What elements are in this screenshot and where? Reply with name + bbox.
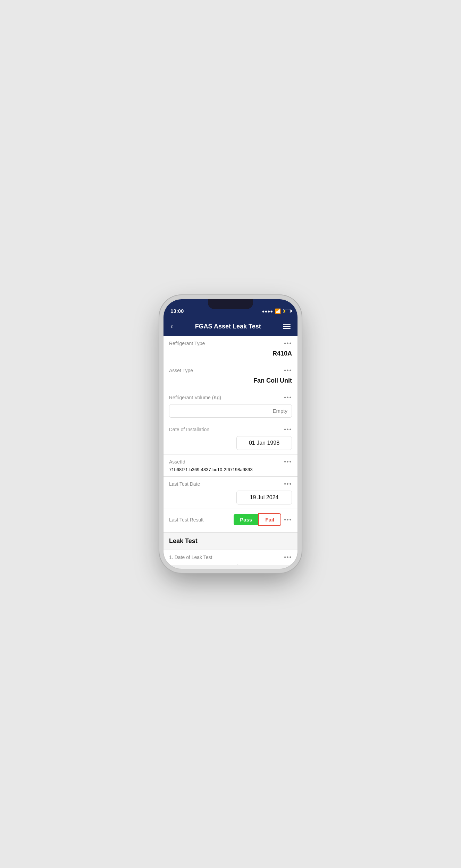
status-icons: ●●●● 📶 — [262, 308, 291, 314]
wifi-icon: ●●●● — [262, 309, 273, 314]
wifi-signal-icon: 📶 — [275, 308, 281, 314]
date-leak-test-menu[interactable]: ••• — [284, 554, 292, 560]
date-installation-menu[interactable]: ••• — [284, 426, 292, 433]
phone-shell: 13:00 ●●●● 📶 ‹ FGAS Asset Leak Test Refr… — [163, 299, 298, 569]
refrigerant-volume-input[interactable] — [169, 404, 292, 418]
date-installation-label: Date of Installation — [169, 427, 209, 432]
content-area: Refrigerant Type ••• R410A Asset Type ••… — [164, 336, 297, 565]
asset-type-field: Asset Type ••• Fan Coil Unit — [164, 363, 297, 390]
date-leak-test-field: 1. Date of Leak Test ••• 23 Aug 2024 — [164, 550, 297, 565]
asset-id-value: 71b68f71-b369-4837-bc10-2f67198a9893 — [169, 467, 292, 472]
asset-id-field: AssetId ••• 71b68f71-b369-4837-bc10-2f67… — [164, 454, 297, 477]
page-title: FGAS Asset Leak Test — [178, 323, 277, 330]
refrigerant-type-menu[interactable]: ••• — [284, 340, 292, 347]
date-leak-test-label: Date of Leak Test — [175, 554, 212, 560]
nav-bar: ‹ FGAS Asset Leak Test — [164, 317, 297, 336]
refrigerant-volume-field: Refrigerant Volume (Kg) ••• — [164, 390, 297, 422]
date-leak-test-label-group: 1. Date of Leak Test — [169, 554, 212, 560]
menu-button[interactable] — [282, 323, 292, 330]
last-test-result-menu[interactable]: ••• — [284, 517, 292, 523]
refrigerant-type-field: Refrigerant Type ••• R410A — [164, 336, 297, 363]
date-leak-test-value[interactable]: 23 Aug 2024 — [236, 564, 292, 565]
date-leak-test-number: 1. — [169, 554, 173, 560]
refrigerant-volume-label: Refrigerant Volume (Kg) — [169, 395, 221, 400]
asset-type-value: Fan Coil Unit — [169, 376, 292, 386]
last-test-date-label: Last Test Date — [169, 481, 200, 487]
asset-type-menu[interactable]: ••• — [284, 367, 292, 374]
battery-icon — [283, 309, 291, 313]
back-button[interactable]: ‹ — [169, 320, 174, 332]
last-test-result-field: Last Test Result Pass Fail ••• — [164, 509, 297, 533]
last-test-pass-button[interactable]: Pass — [234, 514, 258, 525]
refrigerant-type-label: Refrigerant Type — [169, 341, 205, 346]
phone-notch — [208, 299, 253, 309]
date-installation-field: Date of Installation ••• 01 Jan 1998 — [164, 422, 297, 454]
refrigerant-volume-menu[interactable]: ••• — [284, 394, 292, 401]
last-test-fail-button[interactable]: Fail — [258, 513, 281, 526]
last-test-date-value[interactable]: 19 Jul 2024 — [236, 491, 292, 504]
refrigerant-type-value: R410A — [169, 349, 292, 359]
leak-test-section-header: Leak Test — [164, 533, 297, 550]
last-test-date-field: Last Test Date ••• 19 Jul 2024 — [164, 477, 297, 509]
asset-id-menu[interactable]: ••• — [284, 459, 292, 465]
last-test-result-label: Last Test Result — [169, 517, 203, 523]
last-test-date-menu[interactable]: ••• — [284, 481, 292, 487]
date-installation-value[interactable]: 01 Jan 1998 — [236, 436, 292, 450]
asset-id-label: AssetId — [169, 459, 185, 465]
asset-type-label: Asset Type — [169, 368, 193, 373]
last-test-result-toggle: Pass Fail — [234, 513, 281, 526]
status-time: 13:00 — [170, 308, 184, 314]
battery-fill — [284, 310, 285, 312]
last-test-result-controls: Pass Fail ••• — [234, 513, 292, 526]
